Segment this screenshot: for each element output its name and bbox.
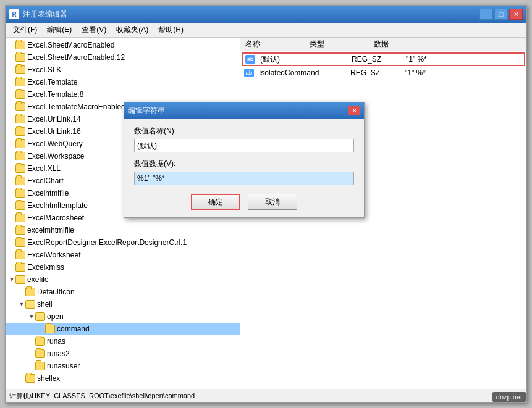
tree-item-label: exefile xyxy=(27,275,49,284)
folder-icon xyxy=(25,374,35,383)
tree-arrow-icon xyxy=(28,350,35,357)
tree-item[interactable]: DefaultIcon xyxy=(6,286,240,298)
edit-string-dialog: 编辑字符串 ✕ 数值名称(N): 数值数据(V): 确定 取消 xyxy=(124,102,365,218)
menu-favorites[interactable]: 收藏夹(A) xyxy=(111,23,153,36)
tree-arrow-icon xyxy=(8,115,15,123)
minimize-button[interactable]: – xyxy=(479,9,493,20)
maximize-button[interactable]: □ xyxy=(494,9,508,20)
registry-item[interactable]: abIsolatedCommandREG_SZ"1" %* xyxy=(242,66,525,80)
menu-file[interactable]: 文件(F) xyxy=(8,23,42,36)
folder-icon xyxy=(15,226,25,235)
tree-arrow-icon xyxy=(8,78,15,86)
tree-item[interactable]: Excel.SheetMacroEnabled xyxy=(6,39,240,51)
tree-item[interactable]: excelmhtmlfile xyxy=(6,224,240,236)
tree-arrow-icon xyxy=(8,251,15,259)
data-input[interactable] xyxy=(134,172,354,185)
name-row: 数值名称(N): xyxy=(134,126,354,152)
tree-arrow-icon xyxy=(8,140,15,148)
tree-item-label: Excel.Template.8 xyxy=(27,90,83,99)
dialog-buttons: 确定 取消 xyxy=(134,194,354,210)
tree-item[interactable]: runasuser xyxy=(6,360,240,372)
tree-item[interactable]: Excelxmlss xyxy=(6,261,240,273)
folder-icon xyxy=(15,189,25,198)
registry-item-icon: ab xyxy=(244,69,254,77)
tree-arrow-icon xyxy=(8,152,15,160)
tree-item[interactable]: runas2 xyxy=(6,348,240,360)
folder-icon xyxy=(15,251,25,259)
folder-icon xyxy=(35,337,45,346)
dialog-close-button[interactable]: ✕ xyxy=(348,106,360,115)
tree-arrow-icon xyxy=(18,375,25,382)
cancel-button[interactable]: 取消 xyxy=(248,194,297,210)
folder-icon xyxy=(15,275,25,284)
tree-arrow-icon: ▼ xyxy=(8,276,15,283)
name-label: 数值名称(N): xyxy=(134,126,354,136)
data-label: 数值数据(V): xyxy=(134,159,354,169)
tree-item-label: runas xyxy=(47,337,65,346)
tree-item-label: Excelhtmltemplate xyxy=(27,201,88,210)
tree-item[interactable]: ▼open xyxy=(6,310,240,323)
confirm-button[interactable]: 确定 xyxy=(191,194,240,210)
tree-item-label: Excel.XLL xyxy=(27,164,61,173)
tree-arrow-icon xyxy=(8,189,15,197)
col-name-header: 名称 xyxy=(245,39,260,49)
registry-item-data: "1" %* xyxy=(406,55,427,64)
dialog-title: 编辑字符串 xyxy=(128,106,165,116)
tree-arrow-icon xyxy=(8,165,15,172)
close-button[interactable]: ✕ xyxy=(509,9,523,20)
tree-item-label: runasuser xyxy=(47,362,80,370)
folder-icon xyxy=(35,349,45,358)
folder-icon xyxy=(15,139,25,148)
status-text: 计算机\HKEY_CLASSES_ROOT\exefile\shell\open… xyxy=(9,391,195,401)
tree-item[interactable]: Excel.Template.8 xyxy=(6,88,240,101)
tree-item[interactable]: ExcelWorksheet xyxy=(6,249,240,261)
tree-item[interactable]: ▼shell xyxy=(6,298,240,310)
tree-item[interactable]: shellex xyxy=(6,372,240,385)
tree-item[interactable]: Excel.Template xyxy=(6,76,240,88)
tree-item[interactable]: Excel.SheetMacroEnabled.12 xyxy=(6,51,240,64)
tree-item-label: Excel.Workspace xyxy=(27,152,84,160)
title-controls: – □ ✕ xyxy=(479,9,523,20)
tree-item-label: excelmhtmlfile xyxy=(27,226,74,235)
folder-icon xyxy=(15,115,25,123)
col-data-header: 数据 xyxy=(374,39,389,49)
menu-edit[interactable]: 编辑(E) xyxy=(42,23,77,36)
folder-icon xyxy=(15,90,25,99)
tree-item-label: command xyxy=(57,325,90,333)
tree-item[interactable]: ▼exefile xyxy=(6,273,240,286)
tree-item[interactable]: ExcelReportDesigner.ExcelReportDesignerC… xyxy=(6,236,240,249)
folder-icon xyxy=(15,78,25,86)
registry-item-name: (默认) xyxy=(260,54,347,65)
menu-help[interactable]: 帮助(H) xyxy=(153,23,188,36)
tree-item-label: ExcelChart xyxy=(27,177,64,185)
menu-view[interactable]: 查看(V) xyxy=(77,23,111,36)
registry-icon: R xyxy=(9,9,19,19)
tree-arrow-icon xyxy=(8,128,15,135)
tree-item[interactable]: runas xyxy=(6,335,240,348)
tree-arrow-icon xyxy=(18,288,25,296)
tree-item-label: open xyxy=(47,312,64,321)
tree-item-label: Excel.UriLink.16 xyxy=(27,127,81,136)
tree-arrow-icon xyxy=(8,177,15,185)
tree-item-label: Excel.UriLink.14 xyxy=(27,115,81,123)
tree-arrow-icon xyxy=(8,54,15,61)
registry-item-icon: ab xyxy=(245,55,255,64)
folder-icon xyxy=(15,41,25,49)
tree-item[interactable]: command xyxy=(6,323,240,335)
dialog-body: 数值名称(N): 数值数据(V): 确定 取消 xyxy=(124,119,364,217)
name-input[interactable] xyxy=(134,139,354,152)
tree-item-label: Excel.SheetMacroEnabled.12 xyxy=(27,53,125,62)
tree-item-label: DefaultIcon xyxy=(37,288,75,296)
tree-item[interactable]: Excel.SLK xyxy=(6,64,240,76)
tree-item-label: Excelxmlss xyxy=(27,263,64,272)
tree-arrow-icon: ▼ xyxy=(28,313,35,320)
folder-icon xyxy=(35,362,45,370)
col-type-header: 类型 xyxy=(310,39,324,49)
registry-item[interactable]: ab(默认)REG_SZ"1" %* xyxy=(242,52,525,66)
tree-arrow-icon xyxy=(8,214,15,222)
registry-item-name: IsolatedCommand xyxy=(259,69,345,77)
registry-item-data: "1" %* xyxy=(405,69,426,77)
tree-arrow-icon xyxy=(8,239,15,246)
tree-item-label: runas2 xyxy=(47,349,70,358)
tree-item-label: Excel.TemplateMacroEnabled xyxy=(27,102,125,111)
